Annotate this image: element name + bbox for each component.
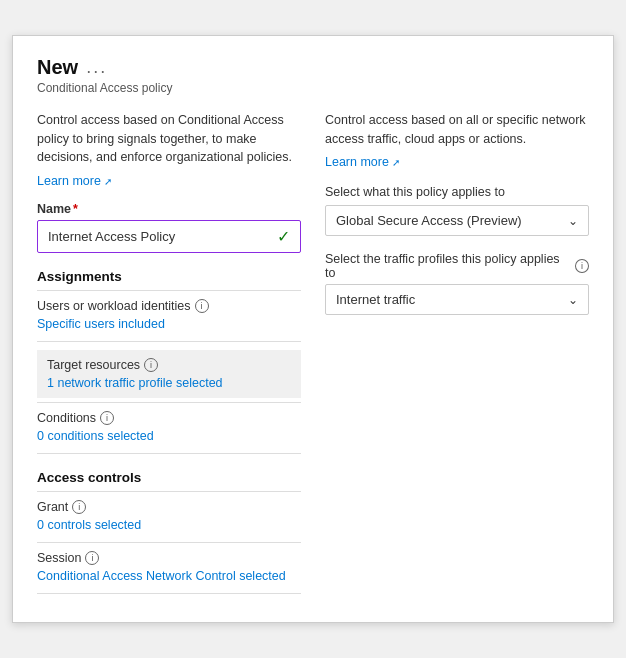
name-input-value: Internet Access Policy bbox=[48, 229, 175, 244]
users-label-row: Users or workload identities i bbox=[37, 299, 301, 313]
page-subtitle: Conditional Access policy bbox=[37, 81, 589, 95]
target-divider bbox=[37, 402, 301, 403]
traffic-profiles-value: Internet traffic bbox=[336, 292, 415, 307]
required-asterisk: * bbox=[73, 202, 78, 216]
traffic-profiles-label-row: Select the traffic profiles this policy … bbox=[325, 252, 589, 280]
policy-applies-value: Global Secure Access (Preview) bbox=[336, 213, 522, 228]
checkmark-icon: ✓ bbox=[277, 227, 290, 246]
target-resources-value[interactable]: 1 network traffic profile selected bbox=[47, 376, 291, 390]
right-learn-more-link[interactable]: Learn more ➚ bbox=[325, 155, 400, 169]
left-column: Control access based on Conditional Acce… bbox=[37, 111, 301, 602]
conditions-divider bbox=[37, 453, 301, 454]
two-column-layout: Control access based on Conditional Acce… bbox=[37, 111, 589, 602]
grant-info-icon[interactable]: i bbox=[72, 500, 86, 514]
policy-applies-chevron-icon: ⌄ bbox=[568, 214, 578, 228]
policy-applies-select[interactable]: Global Secure Access (Preview) ⌄ bbox=[325, 205, 589, 236]
policy-applies-label: Select what this policy applies to bbox=[325, 185, 589, 199]
session-info-icon[interactable]: i bbox=[85, 551, 99, 565]
grant-label-row: Grant i bbox=[37, 500, 301, 514]
assignments-divider bbox=[37, 290, 301, 291]
conditions-link[interactable]: 0 conditions selected bbox=[37, 429, 301, 443]
main-window: New ... Conditional Access policy Contro… bbox=[12, 35, 614, 623]
traffic-profiles-chevron-icon: ⌄ bbox=[568, 293, 578, 307]
grant-divider bbox=[37, 542, 301, 543]
session-link[interactable]: Conditional Access Network Control selec… bbox=[37, 569, 301, 583]
traffic-profiles-select[interactable]: Internet traffic ⌄ bbox=[325, 284, 589, 315]
external-link-icon: ➚ bbox=[104, 176, 112, 187]
session-divider bbox=[37, 593, 301, 594]
session-label-row: Session i bbox=[37, 551, 301, 565]
target-resources-section[interactable]: Target resources i 1 network traffic pro… bbox=[37, 350, 301, 398]
right-external-link-icon: ➚ bbox=[392, 157, 400, 168]
conditions-info-icon[interactable]: i bbox=[100, 411, 114, 425]
target-info-icon[interactable]: i bbox=[144, 358, 158, 372]
left-learn-more-link[interactable]: Learn more ➚ bbox=[37, 174, 112, 188]
grant-link[interactable]: 0 controls selected bbox=[37, 518, 301, 532]
users-link[interactable]: Specific users included bbox=[37, 317, 301, 331]
title-row: New ... bbox=[37, 56, 589, 79]
conditions-label-row: Conditions i bbox=[37, 411, 301, 425]
name-field-label: Name* bbox=[37, 202, 301, 216]
traffic-info-icon[interactable]: i bbox=[575, 259, 589, 273]
right-description: Control access based on all or specific … bbox=[325, 111, 589, 149]
right-column: Control access based on all or specific … bbox=[325, 111, 589, 602]
target-resources-label-row: Target resources i bbox=[47, 358, 291, 372]
access-controls-heading: Access controls bbox=[37, 470, 301, 485]
users-divider bbox=[37, 341, 301, 342]
assignments-heading: Assignments bbox=[37, 269, 301, 284]
name-input[interactable]: Internet Access Policy ✓ bbox=[37, 220, 301, 253]
users-info-icon[interactable]: i bbox=[195, 299, 209, 313]
access-controls-divider bbox=[37, 491, 301, 492]
page-title: New bbox=[37, 56, 78, 79]
left-description: Control access based on Conditional Acce… bbox=[37, 111, 301, 167]
title-dots: ... bbox=[86, 57, 107, 78]
